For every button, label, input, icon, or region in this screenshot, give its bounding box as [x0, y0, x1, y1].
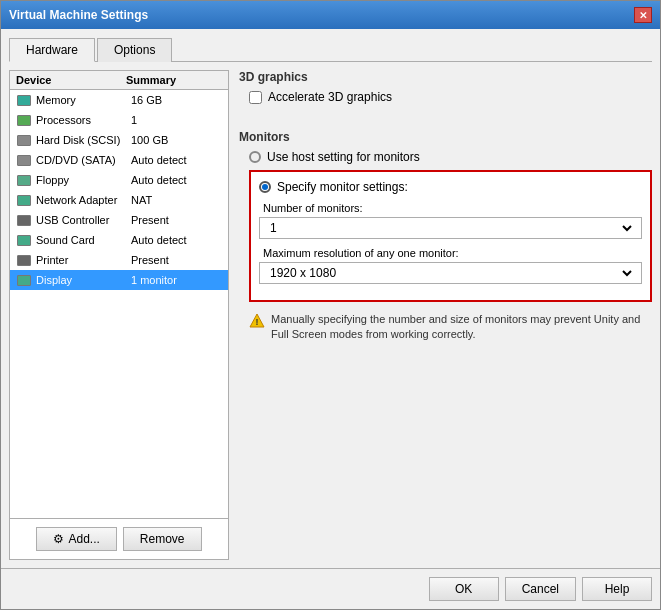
use-host-option[interactable]: Use host setting for monitors	[249, 150, 652, 164]
right-panel: 3D graphics Accelerate 3D graphics Monit…	[239, 70, 652, 560]
num-monitors-row: Number of monitors: 1 2 3 4	[259, 202, 642, 239]
device-list-body: Memory16 GBProcessors1Hard Disk (SCSI)10…	[10, 90, 228, 518]
device-summary: Auto detect	[131, 234, 222, 246]
device-summary: Present	[131, 214, 222, 226]
monitors-title: Monitors	[239, 130, 652, 144]
device-row[interactable]: Sound CardAuto detect	[10, 230, 228, 250]
device-name: Network Adapter	[36, 194, 131, 206]
device-icon-printer	[16, 252, 32, 268]
add-button-label: Add...	[68, 532, 99, 546]
device-name: Processors	[36, 114, 131, 126]
device-row[interactable]: PrinterPresent	[10, 250, 228, 270]
device-list-panel: Device Summary Memory16 GBProcessors1Har…	[9, 70, 229, 560]
device-row[interactable]: CD/DVD (SATA)Auto detect	[10, 150, 228, 170]
max-res-dropdown[interactable]: 1920 x 1080 2560 x 1600 3840 x 2160 1280…	[259, 262, 642, 284]
device-summary: Auto detect	[131, 154, 222, 166]
col-summary-header: Summary	[126, 74, 222, 86]
window-title: Virtual Machine Settings	[9, 8, 148, 22]
device-summary: NAT	[131, 194, 222, 206]
remove-button[interactable]: Remove	[123, 527, 202, 551]
device-icon-usb	[16, 212, 32, 228]
accelerate-row: Accelerate 3D graphics	[249, 90, 652, 104]
num-monitors-dropdown[interactable]: 1 2 3 4	[259, 217, 642, 239]
device-name: Display	[36, 274, 131, 286]
graphics-section: 3D graphics Accelerate 3D graphics	[239, 70, 652, 104]
max-res-label: Maximum resolution of any one monitor:	[263, 247, 642, 259]
device-name: Memory	[36, 94, 131, 106]
add-button[interactable]: ⚙ Add...	[36, 527, 116, 551]
device-icon-cpu	[16, 112, 32, 128]
device-icon-floppy	[16, 172, 32, 188]
use-host-label: Use host setting for monitors	[267, 150, 420, 164]
help-button[interactable]: Help	[582, 577, 652, 601]
num-monitors-select[interactable]: 1 2 3 4	[266, 220, 635, 236]
graphics-title: 3D graphics	[239, 70, 652, 84]
warning-text: Manually specifying the number and size …	[271, 312, 652, 343]
add-icon: ⚙	[53, 532, 64, 546]
specify-radio-dot[interactable]	[259, 181, 271, 193]
device-icon-network	[16, 192, 32, 208]
device-row[interactable]: FloppyAuto detect	[10, 170, 228, 190]
device-summary: 100 GB	[131, 134, 222, 146]
device-row[interactable]: Processors1	[10, 110, 228, 130]
device-icon-sound	[16, 232, 32, 248]
device-summary: 1	[131, 114, 222, 126]
device-summary: 1 monitor	[131, 274, 222, 286]
num-monitors-label: Number of monitors:	[263, 202, 642, 214]
title-bar: Virtual Machine Settings ✕	[1, 1, 660, 29]
device-name: Printer	[36, 254, 131, 266]
specify-label: Specify monitor settings:	[277, 180, 408, 194]
monitors-section: Monitors Use host setting for monitors S…	[239, 130, 652, 343]
dialog-footer: OK Cancel Help	[1, 568, 660, 609]
accelerate-label: Accelerate 3D graphics	[268, 90, 392, 104]
device-name: Sound Card	[36, 234, 131, 246]
device-name: USB Controller	[36, 214, 131, 226]
device-icon-display	[16, 272, 32, 288]
device-summary: Present	[131, 254, 222, 266]
specify-monitor-box: Specify monitor settings: Number of moni…	[249, 170, 652, 302]
tab-hardware[interactable]: Hardware	[9, 38, 95, 62]
device-summary: Auto detect	[131, 174, 222, 186]
virtual-machine-settings-window: Virtual Machine Settings ✕ Hardware Opti…	[0, 0, 661, 610]
device-list-header: Device Summary	[10, 71, 228, 90]
device-icon-mem	[16, 92, 32, 108]
device-name: CD/DVD (SATA)	[36, 154, 131, 166]
device-row[interactable]: Memory16 GB	[10, 90, 228, 110]
max-res-row: Maximum resolution of any one monitor: 1…	[259, 247, 642, 284]
device-row[interactable]: Hard Disk (SCSI)100 GB	[10, 130, 228, 150]
main-content: Device Summary Memory16 GBProcessors1Har…	[9, 70, 652, 560]
specify-title-row: Specify monitor settings:	[259, 180, 642, 194]
device-summary: 16 GB	[131, 94, 222, 106]
warning-row: ! Manually specifying the number and siz…	[249, 312, 652, 343]
tabs-container: Hardware Options	[9, 37, 652, 62]
device-name: Floppy	[36, 174, 131, 186]
use-host-radio-dot	[249, 151, 261, 163]
title-bar-controls: ✕	[634, 7, 652, 23]
device-list-footer: ⚙ Add... Remove	[10, 518, 228, 559]
accelerate-checkbox[interactable]	[249, 91, 262, 104]
close-button[interactable]: ✕	[634, 7, 652, 23]
device-icon-hdd	[16, 132, 32, 148]
content-area: Hardware Options Device Summary Memory16…	[1, 29, 660, 568]
tab-options[interactable]: Options	[97, 38, 172, 62]
device-row[interactable]: USB ControllerPresent	[10, 210, 228, 230]
device-name: Hard Disk (SCSI)	[36, 134, 131, 146]
device-icon-cd	[16, 152, 32, 168]
svg-text:!: !	[256, 317, 259, 327]
ok-button[interactable]: OK	[429, 577, 499, 601]
col-device-header: Device	[16, 74, 126, 86]
warning-icon: !	[249, 313, 265, 329]
max-res-select[interactable]: 1920 x 1080 2560 x 1600 3840 x 2160 1280…	[266, 265, 635, 281]
device-row[interactable]: Network AdapterNAT	[10, 190, 228, 210]
cancel-button[interactable]: Cancel	[505, 577, 576, 601]
device-row[interactable]: Display1 monitor	[10, 270, 228, 290]
